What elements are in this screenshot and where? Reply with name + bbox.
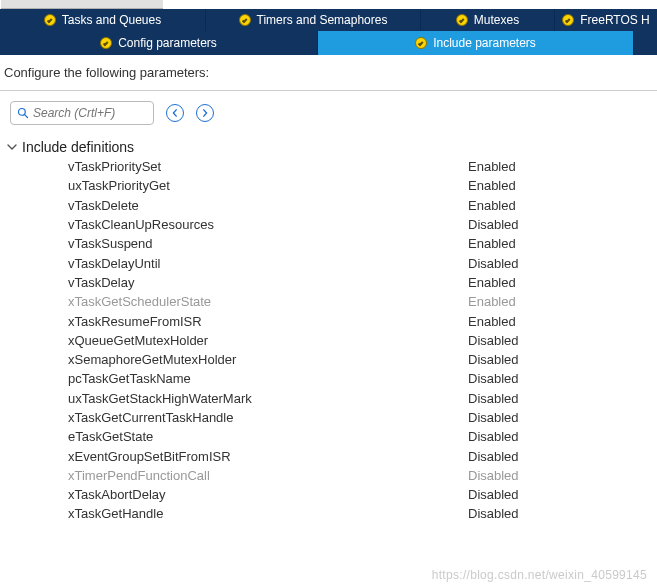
param-row[interactable]: eTaskGetStateDisabled [68,427,645,446]
tab-row-primary: Tasks and Queues Timers and Semaphores M… [0,9,657,31]
param-name: xTimerPendFunctionCall [68,468,468,483]
parameter-tree: Include definitions vTaskPrioritySetEnab… [0,129,657,524]
param-name: xTaskAbortDelay [68,487,468,502]
param-value[interactable]: Disabled [468,217,519,232]
param-value[interactable]: Enabled [468,198,516,213]
tab-overflow[interactable] [634,31,657,55]
param-name: uxTaskGetStackHighWaterMark [68,391,468,406]
chevron-right-icon [201,109,209,117]
tab-label: FreeRTOS H [580,9,650,31]
param-name: vTaskPrioritySet [68,159,468,174]
group-title: Include definitions [22,139,134,155]
search-icon [17,107,29,119]
status-dot-icon [456,14,468,26]
param-name: vTaskCleanUpResources [68,217,468,232]
param-name: xSemaphoreGetMutexHolder [68,352,468,367]
param-row[interactable]: xTaskGetHandleDisabled [68,504,645,523]
param-row[interactable]: vTaskDelayEnabled [68,273,645,292]
param-value[interactable]: Enabled [468,275,516,290]
status-dot-icon [415,37,427,49]
param-value[interactable]: Enabled [468,178,516,193]
search-field[interactable] [10,101,154,125]
param-row[interactable]: pcTaskGetTaskNameDisabled [68,369,645,388]
param-name: vTaskSuspend [68,236,468,251]
search-next-button[interactable] [196,104,214,122]
param-name: xTaskGetHandle [68,506,468,521]
param-value[interactable]: Disabled [468,449,519,464]
tab-timers-semaphores[interactable]: Timers and Semaphores [206,9,421,31]
param-name: vTaskDelay [68,275,468,290]
param-row[interactable]: xQueueGetMutexHolderDisabled [68,331,645,350]
param-value[interactable]: Disabled [468,487,519,502]
param-row[interactable]: vTaskSuspendEnabled [68,234,645,253]
tab-label: Config parameters [118,31,217,55]
tab-tasks-queues[interactable]: Tasks and Queues [0,9,206,31]
status-dot-icon [44,14,56,26]
param-value[interactable]: Enabled [468,159,516,174]
param-row[interactable]: xTaskResumeFromISREnabled [68,311,645,330]
tab-label: Mutexes [474,9,519,31]
param-row[interactable]: vTaskPrioritySetEnabled [68,157,645,176]
status-dot-icon [239,14,251,26]
tab-label: Tasks and Queues [62,9,161,31]
param-row[interactable]: xTaskAbortDelayDisabled [68,485,645,504]
param-value[interactable]: Enabled [468,314,516,329]
param-name: uxTaskPriorityGet [68,178,468,193]
param-value[interactable]: Disabled [468,506,519,521]
param-row[interactable]: xSemaphoreGetMutexHolderDisabled [68,350,645,369]
param-value[interactable]: Enabled [468,294,516,309]
param-name: pcTaskGetTaskName [68,371,468,386]
param-name: xTaskResumeFromISR [68,314,468,329]
tab-label: Timers and Semaphores [257,9,388,31]
watermark: https://blog.csdn.net/weixin_40599145 [432,568,647,582]
search-prev-button[interactable] [166,104,184,122]
param-row[interactable]: xEventGroupSetBitFromISRDisabled [68,446,645,465]
tab-mutexes[interactable]: Mutexes [421,9,555,31]
param-name: xTaskGetCurrentTaskHandle [68,410,468,425]
param-value[interactable]: Disabled [468,352,519,367]
status-dot-icon [562,14,574,26]
panel-description: Configure the following parameters: [0,55,657,91]
group-include-definitions[interactable]: Include definitions [6,137,657,157]
search-bar [0,91,657,129]
tab-freertos-heap[interactable]: FreeRTOS H [555,9,657,31]
param-name: vTaskDelayUntil [68,256,468,271]
chevron-left-icon [171,109,179,117]
param-row[interactable]: xTimerPendFunctionCallDisabled [68,466,645,485]
param-name: xTaskGetSchedulerState [68,294,468,309]
param-value[interactable]: Enabled [468,236,516,251]
toolbar-placeholder [1,0,163,9]
param-name: xQueueGetMutexHolder [68,333,468,348]
tab-include-parameters[interactable]: Include parameters [318,31,634,55]
param-value[interactable]: Disabled [468,391,519,406]
param-name: eTaskGetState [68,429,468,444]
param-value[interactable]: Disabled [468,333,519,348]
chevron-down-icon [6,139,18,155]
search-input[interactable] [29,105,147,121]
param-row[interactable]: vTaskDelayUntilDisabled [68,253,645,272]
param-row[interactable]: vTaskDeleteEnabled [68,196,645,215]
tab-config-parameters[interactable]: Config parameters [0,31,318,55]
param-row[interactable]: vTaskCleanUpResourcesDisabled [68,215,645,234]
param-name: xEventGroupSetBitFromISR [68,449,468,464]
parameter-list: vTaskPrioritySetEnableduxTaskPriorityGet… [6,157,657,524]
param-value[interactable]: Disabled [468,410,519,425]
param-row[interactable]: xTaskGetCurrentTaskHandleDisabled [68,408,645,427]
param-row[interactable]: uxTaskGetStackHighWaterMarkDisabled [68,389,645,408]
tab-label: Include parameters [433,31,536,55]
param-value[interactable]: Disabled [468,429,519,444]
status-dot-icon [100,37,112,49]
param-value[interactable]: Disabled [468,468,519,483]
param-value[interactable]: Disabled [468,256,519,271]
param-name: vTaskDelete [68,198,468,213]
param-row[interactable]: uxTaskPriorityGetEnabled [68,176,645,195]
tab-row-secondary: Config parameters Include parameters [0,31,657,55]
param-row[interactable]: xTaskGetSchedulerStateEnabled [68,292,645,311]
param-value[interactable]: Disabled [468,371,519,386]
svg-line-1 [25,115,28,118]
